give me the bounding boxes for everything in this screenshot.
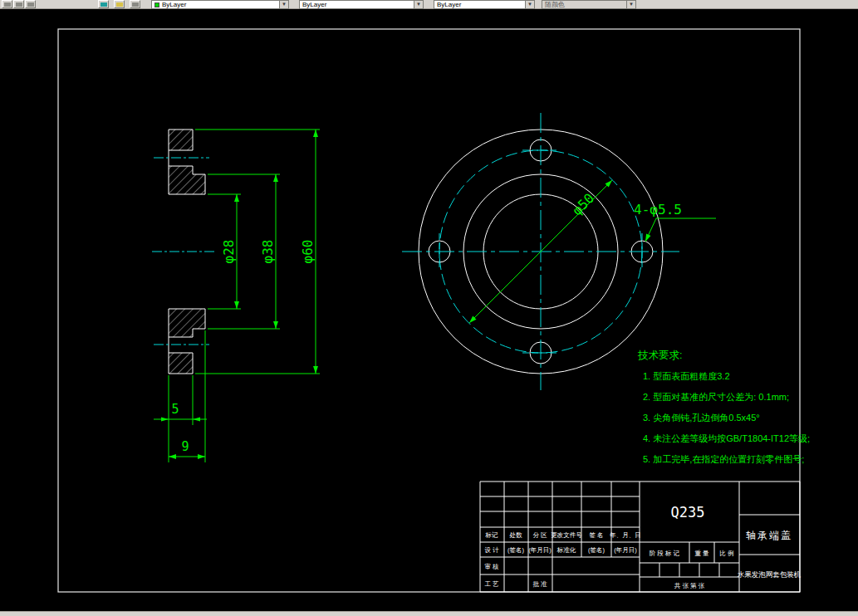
- tech-req-item: 5. 加工完毕,在指定的位置打刻零件图号;: [643, 454, 804, 464]
- cell-label: 年、月、日: [609, 531, 641, 539]
- cell-label: (年月日): [528, 546, 552, 554]
- chevron-down-icon[interactable]: ▼: [279, 1, 288, 8]
- stage-label: 阶 段 标 记: [650, 550, 680, 557]
- toolbar-button[interactable]: [2, 0, 12, 8]
- color-value: ByLayer: [162, 1, 186, 8]
- cell-label: 处数: [509, 531, 523, 539]
- chevron-down-icon[interactable]: ▼: [414, 1, 423, 8]
- drawing-canvas[interactable]: φ28 φ38 φ60 5: [0, 0, 858, 616]
- layer-state-icon: [116, 2, 123, 7]
- part-name: 轴承端盖: [746, 530, 792, 541]
- tech-req-title: 技术要求:: [637, 350, 682, 361]
- linetype-control[interactable]: ByLayer ▼: [299, 0, 424, 9]
- chevron-down-icon[interactable]: ▼: [525, 1, 534, 8]
- front-view: φ50 4-φ5.5: [402, 113, 716, 390]
- dim-phi60-label: φ60: [300, 240, 316, 264]
- cell-label: 签 名: [589, 531, 603, 539]
- sheet-label: 共 张 第 张: [674, 582, 705, 589]
- properties-toolbar: ByLayer ▼ ByLayer ▼ ByLayer ▼ 随颜色 ▼: [0, 0, 858, 9]
- cell-label: 标记: [485, 531, 499, 539]
- cell-label: 更改文件号: [551, 531, 582, 539]
- layer-states-button[interactable]: [114, 0, 125, 8]
- layer-previous-icon: [132, 2, 139, 7]
- color-control[interactable]: ByLayer ▼: [151, 0, 289, 9]
- dimension-9: 9: [169, 330, 205, 462]
- plotstyle-value: 随颜色: [545, 1, 565, 8]
- layer-previous-button[interactable]: [130, 0, 140, 8]
- lineweight-control[interactable]: ByLayer ▼: [434, 0, 535, 9]
- scale-label: 比 例: [719, 550, 733, 557]
- tech-requirements: 技术要求: 1. 型面表面粗糙度3.2 2. 型面对基准的尺寸公差为: 0.1m…: [637, 350, 810, 464]
- tool-icon: [27, 2, 34, 7]
- dim-5-label: 5: [171, 402, 179, 417]
- dim-phi38-label: φ38: [260, 240, 276, 264]
- autocad-window: ByLayer ▼ ByLayer ▼ ByLayer ▼ 随颜色 ▼: [0, 0, 858, 616]
- plotstyle-control: 随颜色 ▼: [542, 0, 636, 9]
- cell-label: (签名): [507, 546, 524, 554]
- dim-9-label: 9: [181, 439, 189, 454]
- dimension-4-phi5-5: 4-φ5.5: [634, 202, 716, 242]
- check-row-label: 审 核: [484, 563, 499, 570]
- layers-dialog-button[interactable]: [98, 0, 109, 8]
- dim-phi28-label: φ28: [221, 240, 237, 264]
- title-block-header-row: 标记 处数 分 区 更改文件号 签 名 年、月、日: [485, 531, 641, 539]
- cell-label: 分 区: [532, 531, 547, 539]
- status-bar: [0, 611, 858, 616]
- layers-icon: [101, 2, 107, 7]
- current-color-swatch: [154, 2, 159, 7]
- linetype-value: ByLayer: [302, 1, 326, 8]
- chevron-down-icon: ▼: [626, 1, 635, 8]
- approve-row-label: 批 准: [532, 580, 547, 588]
- tech-req-item: 4. 未注公差等级均按GB/T1804-IT12等级;: [643, 433, 810, 443]
- cell-label: (年月日): [614, 546, 637, 554]
- tech-req-item: 3. 尖角倒钝,孔边倒角0.5x45°: [643, 413, 760, 423]
- weight-label: 重 量: [694, 550, 709, 557]
- machine-name: 水果发泡网套包装机: [738, 570, 802, 579]
- lineweight-value: ByLayer: [437, 1, 461, 8]
- tool-icon: [16, 2, 22, 7]
- title-block: 标记 处数 分 区 更改文件号 签 名 年、月、日 设 计 (签名) (年月日)…: [480, 482, 802, 592]
- cell-label: 标准化: [556, 546, 576, 554]
- dimension-phi38: φ38: [208, 174, 280, 329]
- cell-label: 设 计: [484, 546, 499, 554]
- dim-holes-label: 4-φ5.5: [634, 202, 682, 218]
- section-view: φ28 φ38 φ60 5: [152, 130, 320, 462]
- title-block-design-row: 设 计 (签名) (年月日) 标准化 (签名) (年月日): [484, 546, 637, 554]
- toolbar-button[interactable]: [13, 0, 24, 8]
- cell-label: (签名): [588, 546, 605, 554]
- material-label: Q235: [671, 504, 705, 521]
- toolbar-button[interactable]: [25, 0, 36, 8]
- tool-icon: [4, 2, 11, 7]
- dimension-5: 5: [154, 375, 207, 462]
- tech-req-item: 2. 型面对基准的尺寸公差为: 0.1mm;: [643, 392, 789, 402]
- process-row-label: 工 艺: [484, 580, 499, 588]
- tech-req-item: 1. 型面表面粗糙度3.2: [643, 371, 730, 381]
